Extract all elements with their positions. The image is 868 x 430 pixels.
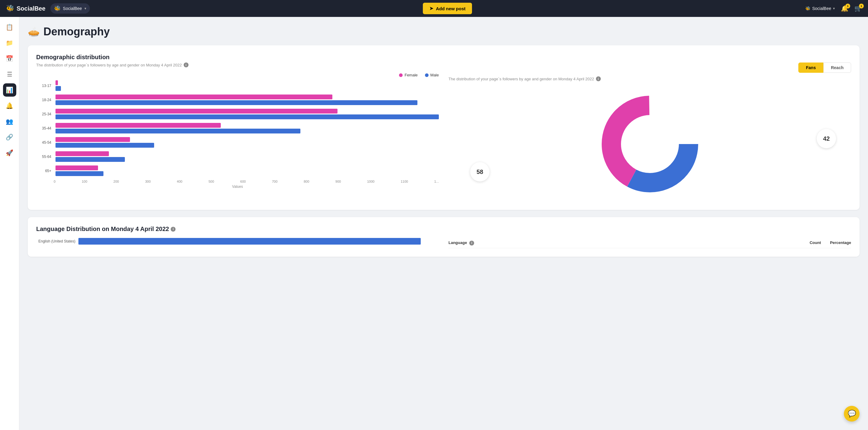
nav-right: 🐝 SocialBee ▾ 🔔 1 🛒 1: [805, 5, 862, 12]
lang-bar-english: [79, 238, 421, 245]
female-percentage-label: 42: [817, 129, 836, 148]
top-navigation: 🐝 SocialBee 🐝 SocialBee ▾ ➤ Add new post…: [0, 0, 868, 17]
sidebar-item-analytics[interactable]: 📊: [3, 83, 16, 97]
bar-female-45-54: [56, 137, 130, 142]
user-menu[interactable]: 🐝 SocialBee ▾: [805, 6, 835, 11]
lang-col-header-language: Language i: [448, 240, 791, 246]
sidebar-item-calendar[interactable]: 📅: [3, 52, 16, 65]
x-axis-tick: 800: [304, 180, 309, 183]
female-legend-dot: [399, 74, 403, 77]
x-axis-tick: 500: [208, 180, 214, 183]
x-axis-tick: 900: [335, 180, 341, 183]
reach-tab[interactable]: Reach: [824, 62, 851, 73]
card-title-demographic: Demographic distribution: [36, 54, 851, 61]
female-label: Female: [404, 73, 417, 77]
sidebar-item-rocket[interactable]: 🚀: [3, 146, 16, 160]
x-axis-tick: 0: [54, 180, 56, 183]
donut-center: [623, 117, 677, 171]
account-switcher[interactable]: 🐝 SocialBee ▾: [50, 3, 90, 13]
lang-col-header-count: Count: [791, 240, 821, 246]
clipboard-icon: 📋: [6, 24, 13, 31]
bar-pair-45-54: [56, 137, 439, 148]
bar-group-13-17: 13-17: [36, 80, 439, 91]
x-axis-tick: 1100: [401, 180, 408, 183]
nav-left: 🐝 SocialBee 🐝 SocialBee ▾: [6, 3, 90, 13]
bar-label-55-64: 55-64: [36, 154, 51, 159]
bar-label-18-24: 18-24: [36, 98, 51, 102]
lang-col-info-icon[interactable]: i: [469, 241, 474, 246]
donut-wrapper: 58 42: [448, 87, 851, 201]
bar-group-55-64: 55-64: [36, 151, 439, 162]
bar-chart-subtitle: The distribution of your page`s follower…: [36, 62, 439, 67]
bar-male-13-17: [56, 86, 61, 91]
account-bee-icon: 🐝: [54, 5, 61, 12]
bar-group-65+: 65+: [36, 166, 439, 176]
male-percentage-label: 58: [470, 162, 490, 181]
chart-legend: Female Male: [36, 73, 439, 77]
x-axis-labels: 0100200300400500600700800900100011001...: [36, 180, 439, 183]
donut-subtitle: The distribution of your page`s follower…: [448, 77, 851, 81]
notification-badge: 1: [845, 4, 850, 8]
bar-female-25-34: [56, 109, 338, 114]
x-axis-tick: 100: [82, 180, 87, 183]
bar-group-45-54: 45-54: [36, 137, 439, 148]
links-icon: 🔗: [6, 134, 13, 141]
bar-pair-35-44: [56, 123, 439, 134]
sidebar: 📋 📁 📅 ☰ 📊 🔔 👥 🔗 🚀: [0, 17, 19, 430]
bar-female-35-44: [56, 123, 221, 128]
x-axis-tick: 1000: [367, 180, 374, 183]
rocket-icon: 🚀: [6, 149, 13, 156]
lang-card-title: Language Distribution on Monday 4 April …: [36, 226, 851, 232]
page-title-icon: 🥧: [28, 26, 40, 37]
donut-svg: [602, 96, 698, 192]
notifications-button[interactable]: 🔔 1: [841, 5, 848, 12]
page-title: Demography: [43, 25, 110, 38]
lang-info-icon[interactable]: i: [171, 227, 176, 232]
chevron-down-icon: ▾: [85, 6, 86, 10]
bar-male-35-44: [56, 128, 300, 134]
bar-group-35-44: 35-44: [36, 123, 439, 134]
send-icon: ➤: [430, 6, 433, 11]
sidebar-item-inbox[interactable]: 🔔: [3, 99, 16, 112]
chat-icon: 💬: [848, 410, 856, 418]
x-axis-tick: 200: [114, 180, 119, 183]
bar-female-13-17: [56, 80, 58, 85]
sidebar-item-audience[interactable]: 👥: [3, 115, 16, 128]
bar-label-25-34: 25-34: [36, 112, 51, 116]
sidebar-item-folder[interactable]: 📁: [3, 36, 16, 50]
audience-icon: 👥: [6, 118, 13, 125]
cart-badge: 1: [859, 4, 864, 8]
demographic-distribution-card: Demographic distribution The distributio…: [28, 45, 860, 210]
bar-label-35-44: 35-44: [36, 126, 51, 131]
bar-male-45-54: [56, 143, 154, 148]
bar-pair-13-17: [56, 80, 439, 91]
user-name: SocialBee: [812, 6, 831, 11]
sidebar-item-clipboard[interactable]: 📋: [3, 21, 16, 34]
user-chevron-icon: ▾: [833, 6, 835, 10]
chat-widget[interactable]: 💬: [844, 406, 860, 422]
logo-icon: 🐝: [6, 4, 14, 12]
lang-table-header: Language i Count Percentage: [448, 238, 851, 248]
logo[interactable]: 🐝 SocialBee: [6, 4, 45, 12]
bar-chart-section: The distribution of your page`s follower…: [36, 62, 439, 201]
bar-female-65+: [56, 166, 98, 170]
logo-text: SocialBee: [17, 5, 45, 12]
account-name: SocialBee: [63, 6, 82, 11]
bar-pair-65+: [56, 166, 439, 176]
add-new-post-button[interactable]: ➤ Add new post: [423, 3, 472, 14]
bar-pair-55-64: [56, 151, 439, 162]
x-axis-tick: 600: [240, 180, 246, 183]
lang-col-header-percentage: Percentage: [821, 240, 851, 246]
sidebar-item-links[interactable]: 🔗: [3, 131, 16, 144]
page-header: 🥧 Demography: [28, 25, 860, 38]
bar-subtitle-info-icon[interactable]: i: [184, 62, 188, 67]
donut-info-icon[interactable]: i: [596, 77, 601, 81]
bar-female-18-24: [56, 94, 332, 99]
cart-button[interactable]: 🛒 1: [855, 5, 862, 12]
x-axis-tick: 700: [272, 180, 277, 183]
fans-tab[interactable]: Fans: [798, 62, 824, 73]
sidebar-item-list[interactable]: ☰: [3, 68, 16, 81]
x-axis-tick: 300: [145, 180, 151, 183]
lang-bar-label-english: English (United States): [36, 239, 75, 243]
list-icon: ☰: [7, 71, 12, 78]
